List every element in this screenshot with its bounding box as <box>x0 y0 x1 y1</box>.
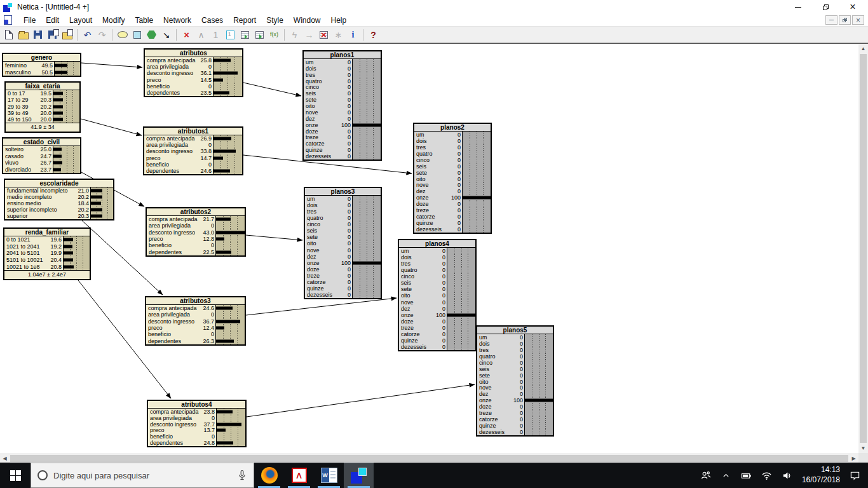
incorporate-findings-button[interactable]: ϟ <box>287 28 302 42</box>
state-row-feminino[interactable]: feminino49.5 <box>3 62 80 69</box>
propagate-button[interactable]: → <box>302 28 316 42</box>
link-faixa_etaria-to-atributos1[interactable] <box>81 119 142 135</box>
state-row-compra-antecipada[interactable]: compra antecipada25.8 <box>145 57 242 64</box>
node-atributos3[interactable]: atributos3compra antecipada24.6area priv… <box>145 296 246 346</box>
info-button[interactable]: i <box>346 28 360 42</box>
state-row-doze[interactable]: doze0 <box>304 128 381 135</box>
state-row-oito[interactable]: oito0 <box>305 240 381 247</box>
state-row-tres[interactable]: tres0 <box>399 261 475 267</box>
new-net-button[interactable] <box>1 28 16 42</box>
state-row-treze[interactable]: treze0 <box>477 410 553 416</box>
redo-button[interactable]: ↷ <box>95 28 109 42</box>
equation-button[interactable]: f(x) <box>267 28 281 42</box>
taskbar-search[interactable]: Digite aqui para pesquisar <box>31 463 254 488</box>
decision-node-button[interactable] <box>130 28 144 42</box>
state-row-dependentes[interactable]: dependentes22.5 <box>147 249 245 255</box>
vertical-scroll-thumb[interactable] <box>860 54 867 443</box>
state-row-sete[interactable]: sete0 <box>304 97 381 103</box>
state-row-desconto-ingresso[interactable]: desconto ingresso33.8 <box>144 148 242 154</box>
state-row-seis[interactable]: seis0 <box>477 366 553 372</box>
state-row-um[interactable]: um0 <box>477 334 553 341</box>
edit-table-button[interactable] <box>252 28 267 42</box>
state-row-sete[interactable]: sete0 <box>414 170 491 176</box>
state-row-dez[interactable]: dez0 <box>414 188 491 194</box>
state-row-casado[interactable]: casado24.7 <box>3 153 80 160</box>
state-row-10021-to-1e8[interactable]: 10021 to 1e820.8 <box>4 263 90 270</box>
state-row-beneficio[interactable]: beneficio0 <box>147 242 245 248</box>
volume-icon[interactable] <box>782 470 793 481</box>
state-row-um[interactable]: um0 <box>399 248 475 254</box>
state-row-nove[interactable]: nove0 <box>414 182 491 189</box>
state-row-doze[interactable]: doze0 <box>414 201 491 207</box>
state-row-dezesseis[interactable]: dezesseis0 <box>305 292 381 298</box>
state-row-quatro[interactable]: quatro0 <box>399 267 475 273</box>
state-row-area-privilegiada[interactable]: area privilegiada0 <box>147 222 245 229</box>
state-row-desconto-ingresso[interactable]: desconto ingresso37.7 <box>148 421 245 428</box>
state-row-sete[interactable]: sete0 <box>399 286 475 292</box>
link-genero-to-atributos[interactable] <box>81 63 142 67</box>
state-row-dezesseis[interactable]: dezesseis0 <box>304 153 381 159</box>
node-genero[interactable]: generofeminino49.5masculino50.5 <box>2 53 81 77</box>
state-row-dezesseis[interactable]: dezesseis0 <box>477 429 553 435</box>
state-row-compra-antecipada[interactable]: compra antecipada23.8 <box>148 409 245 415</box>
state-row-quatro[interactable]: quatro0 <box>304 78 381 85</box>
state-row-catorze[interactable]: catorze0 <box>477 416 553 423</box>
state-row-2041-to-5101[interactable]: 2041 to 510119.9 <box>4 250 90 257</box>
state-row-um[interactable]: um0 <box>414 132 491 138</box>
state-row-dependentes[interactable]: dependentes24.6 <box>144 168 242 174</box>
expand-button[interactable]: ∧ <box>194 28 208 42</box>
state-row-viuvo[interactable]: viuvo26.7 <box>3 159 80 166</box>
state-row-tres[interactable]: tres0 <box>477 347 553 353</box>
node-atributos2[interactable]: atributos2compra antecipada21.7area priv… <box>146 207 246 257</box>
state-row-ensino-medio[interactable]: ensino medio18.4 <box>5 200 113 207</box>
state-row-quinze[interactable]: quinze0 <box>305 285 381 292</box>
state-row-dezesseis[interactable]: dezesseis0 <box>399 344 475 350</box>
state-row-treze[interactable]: treze0 <box>304 135 381 141</box>
chevron-up-icon[interactable] <box>721 470 732 481</box>
state-row-solteiro[interactable]: solteiro25.0 <box>3 146 80 153</box>
state-row-nove[interactable]: nove0 <box>477 385 553 391</box>
people-icon[interactable] <box>700 470 712 481</box>
delete-button[interactable]: × <box>179 28 194 42</box>
link-atributos4-to-planos5[interactable] <box>247 384 475 417</box>
taskbar-app-word[interactable]: W <box>314 463 344 488</box>
state-row-fundamental-incompleto[interactable]: fundamental incompleto21.0 <box>5 187 113 194</box>
clock[interactable]: 14:13 16/07/2018 <box>802 465 840 485</box>
menu-table[interactable]: Table <box>130 15 158 26</box>
wifi-icon[interactable] <box>761 470 773 481</box>
sensitivity-button[interactable]: ∗ <box>331 28 346 42</box>
state-row-39-to-49[interactable]: 39 to 4920.0 <box>6 110 79 116</box>
state-row-dois[interactable]: dois0 <box>305 202 381 208</box>
link-atributos-to-planos1[interactable] <box>243 83 301 96</box>
horizontal-scroll-thumb[interactable] <box>10 455 848 462</box>
mdi-close-button[interactable]: × <box>852 15 864 25</box>
state-row-area-privilegiada[interactable]: area privilegiada0 <box>145 64 242 70</box>
state-row-treze[interactable]: treze0 <box>414 207 491 214</box>
taskbar-app-acrobat[interactable]: Λ <box>284 463 314 488</box>
state-row-compra-antecipada[interactable]: compra antecipada21.7 <box>147 216 245 222</box>
add-link-button[interactable]: ↘ <box>159 28 173 42</box>
open-net-button[interactable] <box>16 28 31 42</box>
state-row-compra-antecipada[interactable]: compra antecipada26.9 <box>144 135 242 142</box>
state-row-seis[interactable]: seis0 <box>414 163 491 170</box>
state-row-dependentes[interactable]: dependentes24.8 <box>148 440 245 446</box>
state-row-beneficio[interactable]: beneficio0 <box>148 433 245 440</box>
node-planos2[interactable]: planos2um0dois0tres0quatro0cinco0seis0se… <box>413 123 492 234</box>
menu-style[interactable]: Style <box>261 15 288 26</box>
state-row-tres[interactable]: tres0 <box>304 72 381 78</box>
state-row-catorze[interactable]: catorze0 <box>399 331 475 337</box>
state-row-superior-incompleto[interactable]: superior incompleto20.2 <box>5 207 113 213</box>
state-row-quinze[interactable]: quinze0 <box>414 220 491 226</box>
state-row-desconto-ingresso[interactable]: desconto ingresso36.1 <box>145 70 242 76</box>
node-atributos[interactable]: atributoscompra antecipada25.8area privi… <box>144 48 243 97</box>
state-row-cinco[interactable]: cinco0 <box>304 85 381 91</box>
state-row-cinco[interactable]: cinco0 <box>414 157 491 163</box>
state-row-beneficio[interactable]: beneficio0 <box>145 83 242 90</box>
mdi-restore-button[interactable] <box>839 15 851 25</box>
state-row-doze[interactable]: doze0 <box>477 403 553 410</box>
node-faixa_etaria[interactable]: faixa_etaria0 to 1719.517 to 2920.329 to… <box>4 81 81 133</box>
node-atributos1[interactable]: atributos1compra antecipada26.9area priv… <box>143 126 243 175</box>
state-row-um[interactable]: um0 <box>304 59 381 65</box>
node-planos5[interactable]: planos5um0dois0tres0quatro0cinco0seis0se… <box>476 325 554 437</box>
state-row-17-to-29[interactable]: 17 to 2920.3 <box>6 97 79 103</box>
